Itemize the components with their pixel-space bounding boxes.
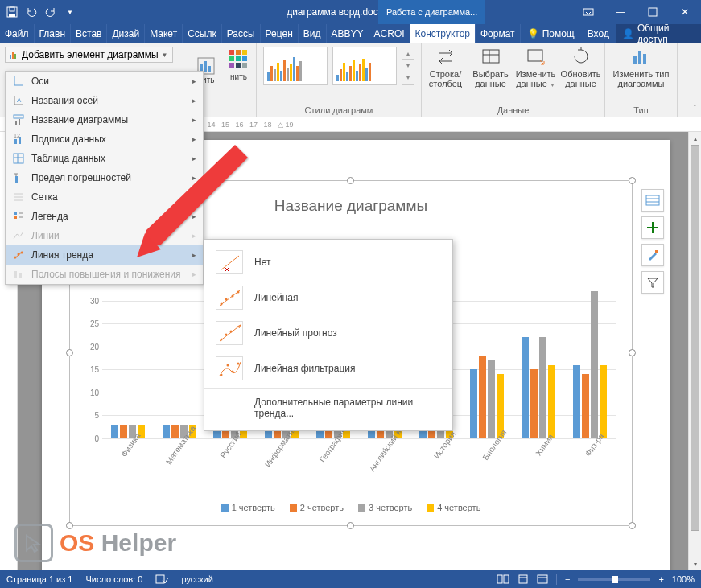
tab-layout[interactable]: Макет [145, 24, 183, 43]
tab-design[interactable]: Дизай [107, 24, 145, 43]
svg-rect-39 [15, 176, 18, 183]
minimize-icon[interactable]: — [604, 0, 637, 24]
chevron-right-icon: ▸ [192, 193, 196, 201]
selection-handle[interactable] [66, 349, 73, 356]
close-icon[interactable]: ✕ [669, 0, 701, 24]
save-icon[interactable] [5, 5, 19, 19]
chart-style-thumb[interactable] [263, 47, 328, 85]
chart-styles-icon[interactable] [641, 244, 664, 266]
ribbon-options-icon[interactable] [572, 0, 604, 24]
tab-abbyy[interactable]: ABBYY [327, 24, 369, 43]
collapse-ribbon-icon[interactable]: ˇ [694, 105, 696, 113]
svg-rect-10 [204, 61, 207, 72]
dd-item-icon: A [12, 94, 25, 107]
tab-references[interactable]: Ссылк [183, 24, 222, 43]
ribbon-group-colors: нить [221, 43, 257, 117]
svg-rect-46 [14, 216, 17, 219]
tab-acrobat[interactable]: ACROI [369, 24, 410, 43]
dropdown-item[interactable]: Легенда▸ [6, 207, 203, 226]
print-layout-icon[interactable] [518, 574, 529, 584]
chart-elements-icon[interactable] [641, 216, 664, 239]
tab-view[interactable]: Вид [299, 24, 327, 43]
chart-style-thumb[interactable] [332, 47, 397, 85]
status-page[interactable]: Страница 1 из 1 [6, 574, 72, 584]
chevron-right-icon: ▸ [192, 116, 196, 124]
dropdown-item[interactable]: Оси▸ [6, 72, 203, 91]
scrollbar-vertical[interactable]: ▴ ▾ [688, 132, 701, 570]
submenu-item-linear[interactable]: Линейная [204, 280, 452, 315]
style-gallery-scroll[interactable]: ▴▾▾ [402, 47, 414, 85]
zoom-out-icon[interactable]: − [565, 574, 570, 584]
scroll-down-icon[interactable]: ▾ [689, 557, 701, 570]
switch-row-column-button[interactable]: Строка/столбец [425, 45, 467, 93]
dropdown-item[interactable]: Сетка▸ [6, 187, 203, 207]
add-chart-element-button[interactable]: Добавить элемент диаграммы▼ [5, 47, 173, 63]
share-button[interactable]: 👤Общий доступ [616, 24, 701, 43]
maximize-icon[interactable] [637, 0, 669, 24]
chart-legend[interactable]: 1 четверть2 четверть3 четверть4 четверть [70, 503, 632, 512]
tab-home[interactable]: Главн [35, 24, 72, 43]
layout-options-icon[interactable] [641, 189, 664, 212]
selection-handle[interactable] [629, 177, 636, 184]
zoom-slider[interactable] [578, 578, 650, 581]
scroll-thumb[interactable] [691, 145, 699, 531]
undo-icon[interactable] [24, 5, 39, 19]
svg-rect-53 [14, 271, 17, 278]
status-language[interactable]: русский [181, 574, 212, 584]
svg-rect-7 [14, 54, 16, 59]
chevron-right-icon: ▸ [192, 270, 196, 278]
svg-rect-4 [649, 8, 657, 16]
submenu-item-moving-average[interactable]: Линейная фильтрация [204, 351, 452, 386]
chart-filters-icon[interactable] [641, 271, 664, 294]
submenu-item-forecast[interactable]: Линейный прогноз [204, 315, 452, 351]
sign-in[interactable]: Вход [581, 24, 616, 43]
tab-mailings[interactable]: Рассы [222, 24, 261, 43]
status-words[interactable]: Число слов: 0 [85, 574, 142, 584]
tab-constructor[interactable]: Конструктор [410, 24, 476, 43]
scroll-up-icon[interactable]: ▴ [689, 132, 701, 145]
chevron-right-icon: ▸ [192, 251, 196, 259]
select-data-button[interactable]: Выбратьданные [470, 45, 512, 93]
dropdown-item[interactable]: Предел погрешностей▸ [6, 168, 203, 187]
read-mode-icon[interactable] [497, 574, 509, 584]
dd-item-icon [12, 210, 25, 223]
selection-handle[interactable] [629, 349, 636, 356]
svg-rect-15 [528, 50, 542, 61]
refresh-data-button[interactable]: Обновитьданные [560, 45, 602, 93]
dropdown-item[interactable]: Таблица данных▸ [6, 149, 203, 168]
dropdown-item[interactable]: Линия тренда▸ [6, 245, 203, 265]
tab-insert[interactable]: Встав [71, 24, 107, 43]
svg-rect-16 [633, 56, 637, 64]
dropdown-item[interactable]: AНазвания осей▸ [6, 91, 203, 110]
svg-rect-6 [12, 52, 14, 59]
change-chart-type-button[interactable]: Изменить типдиаграммы [609, 45, 674, 88]
web-layout-icon[interactable] [537, 574, 548, 584]
svg-line-52 [14, 251, 23, 259]
svg-line-66 [220, 325, 241, 341]
dd-item-icon [12, 268, 25, 281]
submenu-item-none[interactable]: Нет [204, 245, 452, 280]
tab-format[interactable]: Формат [476, 24, 521, 43]
dropdown-item[interactable]: Название диаграммы▸ [6, 110, 203, 130]
edit-data-button[interactable]: Изменитьданные ▼ [515, 45, 557, 93]
chevron-right-icon: ▸ [192, 97, 196, 105]
svg-line-55 [221, 256, 239, 270]
select-data-icon [480, 45, 502, 68]
trendline-forecast-icon [216, 321, 243, 345]
dropdown-item[interactable]: 12Подписи данных▸ [6, 130, 203, 149]
tab-review[interactable]: Рецен [261, 24, 299, 43]
redo-icon[interactable] [43, 5, 58, 19]
qat-more-icon[interactable]: ▼ [63, 5, 77, 19]
zoom-in-icon[interactable]: + [658, 574, 663, 584]
change-colors-button[interactable]: нить [225, 50, 254, 81]
svg-rect-78 [538, 575, 547, 583]
quick-access-toolbar: ▼ [0, 5, 82, 19]
submenu-more-options[interactable]: Дополнительные параметры линии тренда... [204, 390, 452, 426]
selection-handle[interactable] [347, 522, 354, 529]
tell-me[interactable]: 💡Помощ [521, 24, 581, 43]
selection-handle[interactable] [347, 177, 354, 184]
zoom-level[interactable]: 100% [672, 574, 695, 584]
selection-handle[interactable] [629, 522, 636, 529]
tab-file[interactable]: Файл [0, 24, 35, 43]
spellcheck-icon[interactable] [155, 574, 168, 585]
